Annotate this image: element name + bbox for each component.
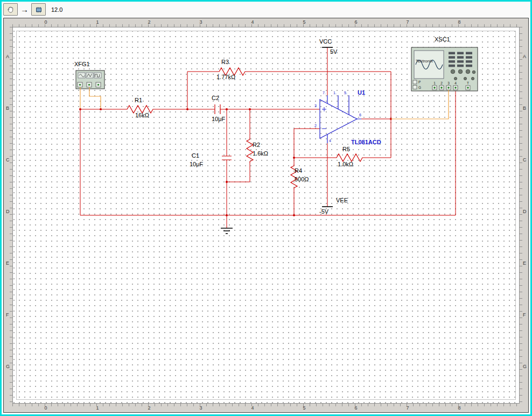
label-r3-ref[interactable]: R3	[221, 59, 229, 65]
label-tektronix-brand: Tektronix	[416, 59, 433, 64]
ruler-top: 012345678	[12, 18, 520, 27]
ruler-label: 5	[303, 405, 305, 411]
label-vee-ref[interactable]: VEE	[336, 197, 348, 203]
ruler-label: B	[6, 105, 9, 111]
label-r3-value[interactable]: 1.77kΩ	[216, 74, 235, 80]
ruler-label: 8	[458, 405, 460, 411]
label-vcc-ref[interactable]: VCC	[319, 38, 332, 45]
pin-label-2: 2	[314, 124, 317, 128]
app-body: → 12.0 012345678 012345678 ABCDEFG ABCDE…	[2, 2, 530, 414]
capacitor-c2[interactable]	[215, 104, 220, 114]
pin-label-1: 1.	[333, 91, 337, 95]
ruler-label: 5	[303, 19, 305, 25]
net-wires[interactable]	[80, 47, 456, 228]
pin-label-4: 4	[329, 139, 331, 143]
schematic-window: 012345678 012345678 ABCDEFG ABCDEFG	[3, 18, 529, 413]
ruler-label: 6	[354, 19, 357, 25]
label-xsc1-ref[interactable]: XSC1	[435, 36, 450, 43]
ruler-label: 0	[44, 19, 47, 25]
ruler-label: D	[6, 209, 10, 214]
wire-xfg1-com[interactable]	[89, 87, 101, 108]
ruler-label: B	[523, 105, 526, 111]
scope-terminal-label: T	[467, 81, 469, 85]
ruler-label: F	[523, 312, 526, 318]
label-r5-value[interactable]: 1.0kΩ	[338, 161, 353, 167]
label-c1-value[interactable]: 10μF	[190, 161, 203, 167]
ruler-label: 7	[406, 405, 409, 411]
label-r5-ref[interactable]: R5	[342, 146, 350, 152]
label-r2-value[interactable]: 1.6kΩ	[253, 150, 268, 157]
label-r4-value[interactable]: 500Ω	[295, 176, 309, 182]
ruler-bottom: 012345678	[12, 404, 520, 412]
pin-label-5: 5.	[344, 91, 347, 95]
wire-scope-channel[interactable]	[391, 90, 449, 119]
capacitor-c1[interactable]	[222, 156, 232, 160]
opamp-u1[interactable]: 7. 1. 5. 4 3 2 6	[314, 91, 361, 143]
ruler-label: 3	[199, 405, 202, 411]
ruler-label: E	[523, 260, 526, 266]
label-c1-ref[interactable]: C1	[192, 152, 199, 159]
ruler-label: 0	[44, 405, 47, 411]
opamp-plus-minus	[322, 107, 326, 129]
function-generator-xfg1[interactable]	[76, 70, 104, 89]
ruler-label: F	[6, 312, 9, 318]
component-chip-icon	[34, 5, 43, 14]
ruler-label: 1	[96, 405, 99, 411]
ruler-label: 2	[148, 405, 150, 411]
scope-side-terminal-label: P	[418, 80, 421, 84]
label-c2-value[interactable]: 10μF	[212, 116, 225, 122]
ruler-label: G	[523, 364, 527, 369]
ruler-label: 8	[458, 19, 460, 25]
ruler-label: E	[6, 260, 9, 266]
ruler-left: ABCDEFG	[4, 27, 12, 404]
schematic-canvas[interactable]: 7. 1. 5. 4 3 2 6	[12, 27, 520, 404]
xfg1-waveform-buttons[interactable]	[78, 73, 101, 78]
ruler-label: 2	[148, 19, 150, 25]
arrow-right-icon: →	[20, 5, 29, 13]
label-r4-ref[interactable]: R4	[295, 167, 302, 174]
label-u1-ref[interactable]: U1	[358, 89, 365, 96]
pin-label-3: 3	[314, 104, 317, 108]
pin-label-6: 6	[359, 113, 361, 117]
label-r1-ref[interactable]: R1	[135, 97, 142, 103]
zoom-level[interactable]: 12.0	[51, 6, 62, 13]
pin-label-7: 7.	[323, 91, 326, 95]
ruler-label: 3	[199, 19, 202, 25]
label-u1-value[interactable]: TL081ACD	[351, 139, 381, 145]
ruler-label: 7	[406, 19, 409, 25]
label-vee-value[interactable]: -5V	[319, 208, 328, 215]
xfg1-terminals[interactable]	[78, 82, 101, 87]
ruler-label: A	[523, 54, 526, 59]
scope-terminal-label: 3	[447, 81, 450, 85]
scope-side-terminal-label: G	[418, 86, 421, 89]
schematic-svg: 7. 1. 5. 4 3 2 6	[12, 27, 520, 404]
pan-tool-button[interactable]	[3, 3, 18, 16]
wire-c1-branch[interactable]	[227, 109, 250, 215]
resistor-r5[interactable]	[333, 154, 365, 161]
schematic-layer: 7. 1. 5. 4 3 2 6	[12, 27, 520, 404]
label-xfg1-ref[interactable]: XFG1	[74, 61, 90, 67]
scope-terminal-label: 1	[433, 81, 436, 85]
label-r1-value[interactable]: 16kΩ	[135, 112, 149, 118]
label-c2-ref[interactable]: C2	[212, 95, 219, 101]
ground-symbol[interactable]	[221, 228, 233, 234]
label-vcc-value[interactable]: 5V	[330, 48, 337, 55]
ruler-label: A	[6, 54, 9, 59]
oscilloscope-xsc1[interactable]: 1234TPG	[411, 47, 478, 91]
label-r2-ref[interactable]: R2	[253, 142, 260, 148]
ruler-label: 4	[251, 19, 254, 25]
scope-terminal-label: 4	[454, 81, 457, 85]
hand-icon	[6, 5, 15, 14]
ruler-label: G	[6, 364, 10, 369]
ruler-label: D	[523, 209, 527, 214]
ruler-label: C	[523, 157, 527, 163]
ruler-label: 6	[354, 405, 357, 411]
ruler-label: 4	[251, 405, 254, 411]
multisim-window: → 12.0 012345678 012345678 ABCDEFG ABCDE…	[0, 0, 532, 416]
ruler-label: 1	[96, 19, 99, 25]
ruler-right: ABCDEFG	[520, 27, 528, 404]
toolbar: → 12.0	[2, 2, 530, 17]
scope-terminal-label: 2	[440, 81, 443, 85]
instrument-button[interactable]	[31, 3, 46, 16]
ruler-label: C	[6, 157, 10, 163]
